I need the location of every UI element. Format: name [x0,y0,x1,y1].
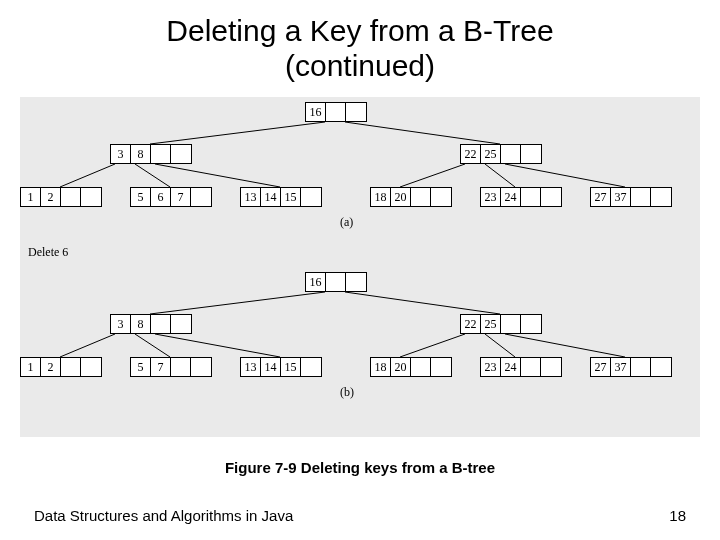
a-mid-left: 38 [110,144,192,164]
footer-text: Data Structures and Algorithms in Java [34,507,293,524]
slide-footer: Data Structures and Algorithms in Java 1… [34,507,686,524]
title-line-1: Deleting a Key from a B-Tree [166,14,553,47]
a-leaf-5: 2324 [480,187,562,207]
subfig-a-label: (a) [340,215,353,230]
a-leaf-2: 567 [130,187,212,207]
svg-line-5 [400,164,465,187]
svg-line-13 [400,334,465,357]
b-leaf-2: 57 [130,357,212,377]
b-leaf-1: 12 [20,357,102,377]
b-mid-right: 2225 [460,314,542,334]
a-mid-right: 2225 [460,144,542,164]
delete-label: Delete 6 [28,245,68,260]
svg-line-3 [135,164,170,187]
b-mid-left: 38 [110,314,192,334]
slide-title: Deleting a Key from a B-Tree (continued) [0,0,720,83]
svg-line-14 [485,334,515,357]
svg-line-12 [155,334,280,357]
svg-line-15 [505,334,625,357]
svg-line-4 [155,164,280,187]
b-leaf-6: 2737 [590,357,672,377]
b-root: 16 [305,272,367,292]
page-number: 18 [669,507,686,524]
svg-line-11 [135,334,170,357]
a-leaf-1: 12 [20,187,102,207]
svg-line-9 [345,292,500,314]
a-leaf-3: 131415 [240,187,322,207]
svg-line-2 [60,164,115,187]
figure-caption: Figure 7-9 Deleting keys from a B-tree [0,459,720,476]
title-line-2: (continued) [285,49,435,82]
b-leaf-5: 2324 [480,357,562,377]
svg-line-8 [150,292,325,314]
subfig-b-label: (b) [340,385,354,400]
a-root: 16 [305,102,367,122]
a-leaf-4: 1820 [370,187,452,207]
svg-line-10 [60,334,115,357]
a-leaf-6: 2737 [590,187,672,207]
svg-line-7 [505,164,625,187]
b-leaf-4: 1820 [370,357,452,377]
b-leaf-3: 131415 [240,357,322,377]
svg-line-1 [345,122,500,144]
svg-line-0 [150,122,325,144]
svg-line-6 [485,164,515,187]
btree-diagram: 16 38 2225 12 567 131415 1820 2324 2737 … [20,97,700,437]
